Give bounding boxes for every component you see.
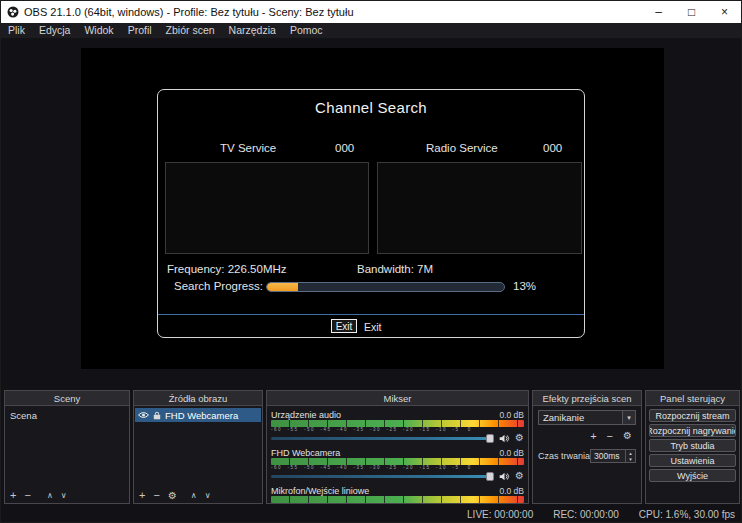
mixer-channel-name: FHD Webcamera (271, 448, 340, 458)
volume-slider[interactable] (271, 432, 494, 444)
mixer-panel-header[interactable]: Mikser (266, 390, 529, 406)
duration-spinbox[interactable]: 300ms ▴ ▾ (590, 449, 636, 463)
sources-list: FHD Webcamera + − ⚙ ∧ ∨ (133, 406, 263, 504)
menu-bar: Plik Edycja Widok Profil Zbiór scen Narz… (1, 23, 741, 38)
transition-select[interactable]: Zanikanie ▾ (538, 410, 636, 425)
search-progress-fill (267, 283, 298, 291)
settings-button[interactable]: Ustawienia (649, 454, 736, 467)
menu-pomoc[interactable]: Pomoc (283, 23, 330, 38)
start-recording-button[interactable]: Rozpocznij nagrywanie (649, 424, 736, 437)
source-down-button[interactable]: ∨ (205, 492, 211, 500)
duration-value[interactable]: 300ms (591, 450, 625, 462)
source-up-button[interactable]: ∧ (191, 492, 197, 500)
obs-window: OBS 21.1.0 (64bit, windows) - Profile: B… (0, 0, 742, 523)
window-controls: – □ × (642, 1, 741, 23)
start-streaming-button[interactable]: Rozpocznij stream (649, 409, 736, 422)
volume-slider-handle[interactable] (486, 434, 494, 443)
mixer-channel-mikrofon: Mikrofon/Wejście liniowe 0.0 dB (271, 485, 524, 503)
main-area: Channel Search TV Service 000 Radio Serv… (1, 38, 742, 390)
speaker-icon[interactable] (499, 472, 510, 481)
menu-plik[interactable]: Plik (1, 23, 32, 38)
source-item-fhd-webcamera[interactable]: FHD Webcamera (135, 408, 261, 422)
speaker-icon[interactable] (499, 434, 510, 443)
dialog-title: Channel Search (158, 99, 584, 116)
sources-toolbar: + − ⚙ ∧ ∨ (139, 490, 211, 501)
volume-meter (271, 458, 524, 465)
menu-zbior-scen[interactable]: Zbiór scen (159, 23, 222, 38)
mixer-channel-db: 0.0 dB (499, 486, 524, 496)
volume-meter (271, 496, 524, 503)
source-item-label: FHD Webcamera (165, 410, 238, 421)
menu-widok[interactable]: Widok (77, 23, 120, 38)
controls-panel-header[interactable]: Panel sterujący (645, 390, 740, 406)
scenes-toolbar: + − ∧ ∨ (10, 490, 67, 501)
studio-mode-button[interactable]: Tryb studia (649, 439, 736, 452)
mixer-gear-icon[interactable]: ⚙ (515, 471, 524, 481)
bandwidth-label: Bandwidth: 7M (357, 263, 433, 275)
add-scene-button[interactable]: + (10, 490, 16, 501)
mixer-body: Urządzenie audio 0.0 dB -60 -55 -50 -45 … (266, 406, 529, 504)
mixer-channel-name: Mikrofon/Wejście liniowe (271, 486, 369, 496)
source-properties-gear-icon[interactable]: ⚙ (168, 491, 177, 501)
scene-up-button[interactable]: ∧ (47, 492, 53, 500)
mixer-panel: Mikser Urządzenie audio 0.0 dB -60 -55 -… (266, 390, 529, 504)
obs-logo-icon (7, 6, 19, 18)
scenes-panel-header[interactable]: Sceny (4, 390, 130, 406)
volume-meter (271, 420, 524, 427)
dock-row: Sceny Scena + − ∧ ∨ Źródła obrazu (1, 390, 742, 504)
mixer-channel-urzadzenie-audio: Urządzenie audio 0.0 dB -60 -55 -50 -45 … (271, 409, 524, 444)
transitions-panel: Efekty przejścia scen Zanikanie ▾ + − ⚙ … (532, 390, 642, 504)
tv-service-list (165, 162, 369, 254)
rec-time: REC: 00:00:00 (553, 509, 619, 520)
visibility-eye-icon[interactable] (138, 411, 149, 419)
menu-narzedzia[interactable]: Narzędzia (222, 23, 283, 38)
sources-panel-header[interactable]: Źródła obrazu (133, 390, 263, 406)
lock-icon[interactable] (153, 411, 161, 420)
dialog-separator (158, 314, 584, 315)
cpu-fps: CPU: 1.6%, 30.00 fps (639, 509, 735, 520)
search-progress-label: Search Progress: (174, 280, 263, 292)
radio-service-list (377, 162, 582, 254)
scene-down-button[interactable]: ∨ (61, 492, 67, 500)
search-progress-percent: 13% (513, 280, 536, 292)
remove-transition-button[interactable]: − (607, 431, 613, 442)
volume-slider[interactable] (271, 470, 494, 482)
close-button[interactable]: × (708, 1, 741, 23)
mixer-gear-icon[interactable]: ⚙ (515, 433, 524, 443)
add-transition-button[interactable]: + (590, 431, 596, 442)
menu-profil[interactable]: Profil (121, 23, 159, 38)
transition-gear-icon[interactable]: ⚙ (623, 431, 632, 442)
chevron-down-icon[interactable]: ▾ (622, 411, 635, 424)
radio-service-value: 000 (543, 142, 562, 154)
frequency-label: Frequency: 226.50MHz (167, 263, 287, 275)
remove-source-button[interactable]: − (153, 490, 159, 501)
remove-scene-button[interactable]: − (24, 490, 30, 501)
exit-caption: Exit (364, 321, 382, 333)
add-source-button[interactable]: + (139, 490, 145, 501)
volume-slider-handle[interactable] (486, 472, 494, 481)
spin-down-icon[interactable]: ▾ (626, 456, 635, 462)
title-bar[interactable]: OBS 21.1.0 (64bit, windows) - Profile: B… (1, 1, 741, 23)
controls-body: Rozpocznij stream Rozpocznij nagrywanie … (645, 406, 740, 504)
volume-slider-groove (271, 475, 492, 479)
scenes-list: Scena + − ∧ ∨ (4, 406, 130, 504)
status-bar: LIVE: 00:00:00 REC: 00:00:00 CPU: 1.6%, … (1, 504, 742, 523)
channel-search-dialog: Channel Search TV Service 000 Radio Serv… (157, 89, 585, 338)
scenes-panel: Sceny Scena + − ∧ ∨ (4, 390, 130, 504)
duration-spin-arrows: ▴ ▾ (625, 450, 635, 462)
tv-service-label: TV Service (220, 142, 276, 154)
maximize-button[interactable]: □ (675, 1, 708, 23)
radio-service-label: Radio Service (426, 142, 498, 154)
sources-panel: Źródła obrazu FHD (133, 390, 263, 504)
transition-selected-value: Zanikanie (539, 411, 622, 424)
video-preview[interactable]: Channel Search TV Service 000 Radio Serv… (81, 48, 664, 369)
minimize-button[interactable]: – (642, 1, 675, 23)
transitions-body: Zanikanie ▾ + − ⚙ Czas trwania 300ms ▴ ▾ (532, 406, 642, 504)
scene-item[interactable]: Scena (5, 409, 129, 422)
exit-button[interactable]: Wyjście (649, 469, 736, 482)
menu-edycja[interactable]: Edycja (32, 23, 78, 38)
transitions-panel-header[interactable]: Efekty przejścia scen (532, 390, 642, 406)
window-title: OBS 21.1.0 (64bit, windows) - Profile: B… (24, 6, 642, 18)
volume-slider-groove (271, 437, 492, 441)
mixer-channel-fhd-webcamera: FHD Webcamera 0.0 dB -60 -55 -50 -45 -40… (271, 447, 524, 482)
